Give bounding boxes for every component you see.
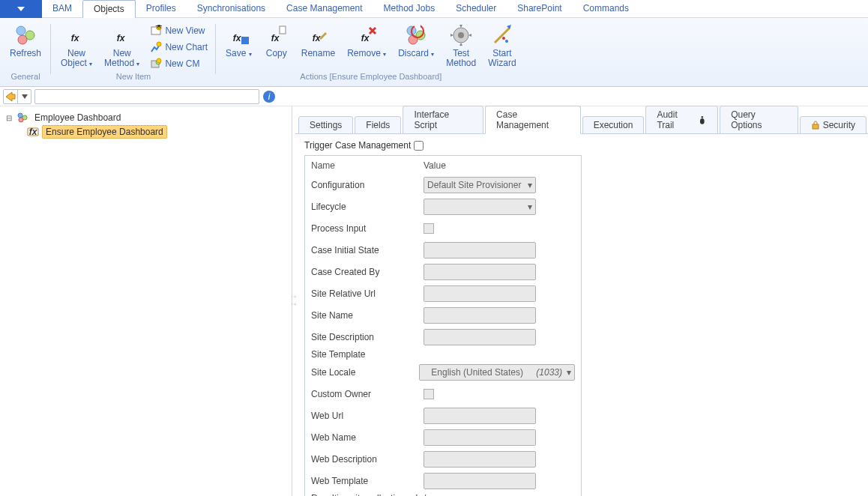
tab-execution[interactable]: Execution [582, 116, 645, 134]
ribbon-new-object[interactable]: fxNewObject ▾ [55, 21, 97, 71]
field-label: Configuration [311, 180, 424, 190]
check-process-input[interactable] [424, 223, 434, 234]
svg-point-8 [157, 42, 161, 46]
row-site-description: Site Description [311, 326, 575, 348]
row-custom-owner: Custom Owner [311, 383, 575, 405]
ribbon-new-chart[interactable]: New Chart [146, 39, 211, 55]
trigger-checkbox[interactable] [414, 141, 424, 151]
nav-back-icon[interactable] [4, 90, 17, 103]
ribbon-new-method[interactable]: fxNewMethod ▾ [99, 21, 145, 71]
lock-icon [811, 121, 820, 130]
row-site-name: Site Name [311, 304, 575, 326]
ribbon-test-method[interactable]: TestMethod [441, 21, 481, 70]
select-configuration[interactable]: Default Site Provisioner▾ [424, 177, 536, 193]
field-label: Site Relative Url [311, 288, 424, 299]
svg-point-11 [157, 58, 161, 63]
field-label: Web Template [311, 476, 424, 486]
ribbon-group-label: General [4, 72, 46, 84]
fx-icon: fx [27, 126, 39, 138]
ribbon-remove[interactable]: fxRemove ▾ [342, 21, 391, 61]
menu-method-jobs[interactable]: Method Jobs [373, 0, 446, 17]
check-custom-owner[interactable] [424, 389, 434, 399]
field-label: Custom Owner [311, 389, 424, 399]
input-site-relative-url[interactable] [424, 285, 536, 302]
svg-text:fx: fx [116, 33, 125, 43]
svg-point-22 [458, 32, 464, 38]
input-site-name[interactable] [424, 307, 536, 324]
field-label: Lifecycle [311, 202, 424, 212]
tab-security[interactable]: Security [800, 116, 867, 134]
select-lifecycle[interactable]: ▾ [424, 199, 536, 215]
input-web-name[interactable] [424, 429, 536, 446]
ribbon-new-view[interactable]: ✳New View [146, 22, 208, 39]
tab-query-options[interactable]: Query Options [720, 106, 798, 134]
row-case-created-by: Case Created By [311, 261, 575, 282]
svg-rect-34 [813, 124, 819, 129]
tree-child-label: Ensure Employee Dashboard [42, 125, 167, 139]
svg-point-29 [19, 118, 23, 122]
field-label: Web Description [311, 454, 424, 465]
menu-bam[interactable]: BAM [42, 0, 82, 17]
trigger-label: Trigger Case Management [304, 140, 411, 151]
object-icon [16, 112, 28, 124]
ribbon-rename[interactable]: fxRename [296, 21, 340, 61]
app-menu-button[interactable] [0, 0, 42, 18]
right-pane: SettingsFieldsInterface ScriptCase Manag… [295, 106, 868, 496]
info-icon[interactable]: i [262, 90, 276, 103]
menu-objects[interactable]: Objects [82, 0, 136, 18]
col-value: Value [424, 160, 446, 171]
ribbon-group-label: New Item [55, 72, 211, 84]
nav-history[interactable] [3, 89, 31, 104]
input-web-description[interactable] [424, 451, 536, 468]
tab-interface-script[interactable]: Interface Script [403, 106, 483, 134]
ribbon-discard[interactable]: Discard ▾ [393, 21, 439, 61]
input-web-url[interactable] [424, 408, 536, 424]
ribbon-refresh[interactable]: Refresh [4, 21, 46, 61]
row-web-url: Web Url [311, 405, 575, 426]
field-label: Web Url [311, 411, 424, 421]
row-site-relative-url: Site Relative Url [311, 282, 575, 304]
tab-audit-trail[interactable]: Audit Trail [645, 106, 718, 134]
tree-root[interactable]: ⊟ Employee Dashboard [4, 111, 287, 124]
svg-text:fx: fx [233, 33, 242, 43]
row-lifecycle: Lifecycle▾ [311, 196, 575, 217]
tab-fields[interactable]: Fields [355, 116, 401, 134]
svg-text:fx: fx [71, 33, 80, 43]
svg-text:fx: fx [29, 127, 38, 137]
row-web-template: Web Template [311, 470, 575, 492]
tabbar: SettingsFieldsInterface ScriptCase Manag… [295, 106, 868, 134]
menu-synchronisations[interactable]: Synchronisations [187, 0, 276, 17]
svg-text:fx: fx [271, 33, 280, 43]
tab-case-management[interactable]: Case Management [485, 106, 581, 134]
ribbon-copy[interactable]: fxCopy [259, 21, 295, 61]
ribbon: RefreshGeneralfxNewObject ▾fxNewMethod ▾… [0, 18, 868, 87]
svg-text:fx: fx [361, 33, 370, 43]
nav-dropdown-icon[interactable] [17, 90, 31, 103]
collapse-icon[interactable]: ⊟ [6, 114, 13, 122]
row-process-input: Process Input [311, 217, 575, 239]
footprint-icon [699, 115, 708, 124]
static-value: / [424, 493, 426, 496]
input-site-description[interactable] [424, 329, 536, 345]
tab-settings[interactable]: Settings [298, 116, 353, 134]
input-case-initial-state[interactable] [424, 242, 536, 258]
ribbon-start-wizard[interactable]: StartWizard [483, 21, 521, 70]
menu-case-management[interactable]: Case Management [276, 0, 373, 17]
search-input[interactable] [34, 89, 259, 104]
menu-scheduler[interactable]: Scheduler [445, 0, 507, 17]
menu-commands[interactable]: Commands [573, 0, 639, 17]
tree-child[interactable]: fx Ensure Employee Dashboard [25, 124, 287, 139]
menu-profiles[interactable]: Profiles [136, 0, 187, 17]
menu-sharepoint[interactable]: SharePoint [507, 0, 572, 17]
ribbon-new-cm[interactable]: New CM [146, 55, 203, 72]
menubar: BAMObjectsProfilesSynchronisationsCase M… [0, 0, 868, 18]
svg-point-23 [502, 37, 505, 40]
row-site-template: Site Template [311, 348, 575, 361]
svg-point-27 [18, 113, 22, 118]
ribbon-save[interactable]: fxSave ▾ [220, 21, 257, 61]
input-web-template[interactable] [424, 473, 536, 489]
select-site-locale[interactable]: English (United States) (1033) ▾ [419, 364, 575, 381]
form-box: Name Value ConfigurationDefault Site Pro… [304, 155, 582, 496]
input-case-created-by[interactable] [424, 264, 536, 280]
field-label: Site Name [311, 310, 424, 321]
